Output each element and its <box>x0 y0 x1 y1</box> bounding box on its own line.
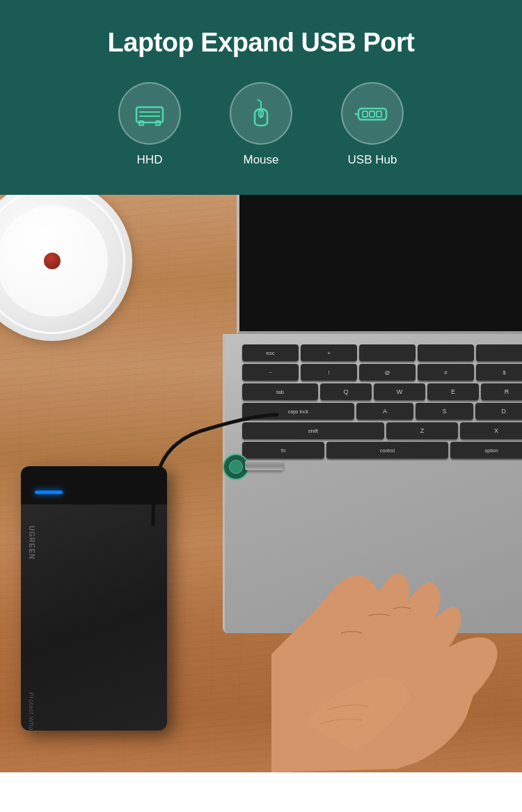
key-row-3: tab Q W E R <box>242 383 522 400</box>
hand-svg <box>271 515 522 772</box>
laptop-screen <box>237 195 522 334</box>
svg-line-8 <box>258 99 261 102</box>
mouse-icon <box>242 95 280 132</box>
hdd-led <box>35 491 63 494</box>
mouse-icon-circle <box>230 82 292 145</box>
svg-rect-10 <box>363 111 367 117</box>
tea-cup-inner <box>0 205 108 317</box>
hdd-icon-circle <box>118 82 181 145</box>
key-e: E <box>427 383 479 400</box>
usb-hub-icon <box>354 95 391 132</box>
key-f2 <box>418 344 474 361</box>
icon-item-hdd: HHD <box>118 82 181 167</box>
key-row-4: caps lock A S D <box>242 403 522 420</box>
hdd-brand-logo: UGREEN <box>28 526 35 560</box>
usb-connector-area <box>223 454 249 480</box>
key-w: W <box>374 383 425 400</box>
keyboard: esc + ~ ! @ # $ tab Q W <box>242 344 522 461</box>
key-r: R <box>481 383 522 400</box>
usb-hub-icon-circle <box>341 82 404 145</box>
ugreen-logo-inner <box>229 460 243 474</box>
svg-rect-0 <box>136 107 163 122</box>
key-q: Q <box>320 383 372 400</box>
tea-liquid <box>44 253 61 269</box>
icons-row: HHD Mouse <box>14 82 508 167</box>
key-plus: + <box>301 344 357 361</box>
hdd-icon <box>131 95 168 132</box>
photo-section: esc + ~ ! @ # $ tab Q W <box>0 195 522 772</box>
key-row-6: fn control option <box>242 442 522 459</box>
usb-plug-tip <box>245 461 283 470</box>
icon-item-mouse: Mouse <box>230 82 292 167</box>
key-control: control <box>326 442 448 459</box>
key-esc: esc <box>242 344 299 361</box>
key-z: Z <box>386 422 459 439</box>
key-a: A <box>356 403 413 420</box>
key-f3 <box>476 344 522 361</box>
key-row-5: shift Z X <box>242 422 522 439</box>
hand-container <box>271 515 522 772</box>
key-row-2: ~ ! @ # $ <box>242 364 522 381</box>
svg-rect-12 <box>377 111 381 117</box>
top-section: Laptop Expand USB Port HHD <box>0 0 522 195</box>
usb-cable-svg <box>139 387 278 526</box>
key-4: $ <box>476 364 522 381</box>
key-x: X <box>460 422 522 439</box>
svg-rect-11 <box>370 111 374 117</box>
icon-item-usb-hub: USB Hub <box>341 82 404 167</box>
key-1: ! <box>301 364 357 381</box>
usb-cable-assembly <box>139 387 278 529</box>
key-d: D <box>475 403 522 420</box>
mouse-label: Mouse <box>243 153 278 167</box>
key-3: # <box>418 364 474 381</box>
key-f1 <box>359 344 416 361</box>
key-2: @ <box>359 364 416 381</box>
hdd-tagline: Protect What You Love <box>28 692 35 731</box>
key-s: S <box>416 403 473 420</box>
usb-hub-label: USB Hub <box>348 153 397 167</box>
key-tilde: ~ <box>242 364 299 381</box>
page-title: Laptop Expand USB Port <box>14 28 508 58</box>
key-option: option <box>450 442 522 459</box>
key-row-1: esc + <box>242 344 522 361</box>
hdd-label: HHD <box>137 153 163 167</box>
